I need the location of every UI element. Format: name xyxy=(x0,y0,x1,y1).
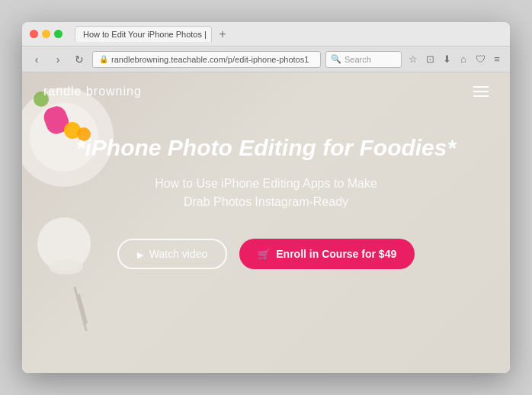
close-button[interactable] xyxy=(30,30,38,38)
download-icon[interactable]: ⬇ xyxy=(440,53,453,66)
hamburger-line-2 xyxy=(473,91,489,92)
traffic-lights xyxy=(30,30,62,38)
url-text: randlebrowning.teachable.com/p/edit-ipho… xyxy=(111,55,309,64)
minimize-button[interactable] xyxy=(42,30,50,38)
watch-video-button[interactable]: Watch video xyxy=(117,239,228,269)
watch-video-label: Watch video xyxy=(149,248,208,260)
title-bar: How to Edit Your iPhone Photos | × + xyxy=(22,22,510,47)
fork xyxy=(73,287,87,332)
tab-bar: How to Edit Your iPhone Photos | × + xyxy=(75,26,502,42)
refresh-button[interactable]: ↻ xyxy=(71,51,88,68)
tab-close-button[interactable]: × xyxy=(211,31,212,39)
hero-content: *iPhone Photo Editing for Foodies* How t… xyxy=(22,118,510,284)
bookmark-icon[interactable]: ☆ xyxy=(406,53,420,66)
back-button[interactable]: ‹ xyxy=(28,51,45,68)
url-favicon: 🔒 xyxy=(99,55,108,63)
hamburger-line-1 xyxy=(473,86,489,88)
cart-icon xyxy=(258,248,270,260)
hamburger-line-3 xyxy=(473,95,489,97)
search-placeholder: Search xyxy=(345,55,371,64)
hamburger-menu[interactable] xyxy=(473,86,489,97)
menu-icon[interactable]: ≡ xyxy=(490,53,504,66)
search-icon: 🔍 xyxy=(331,54,341,64)
enroll-button[interactable]: Enroll in Course for $49 xyxy=(239,239,415,269)
page-content: randle browning *iPhone Photo Editing fo… xyxy=(22,72,510,373)
search-bar[interactable]: 🔍 Search xyxy=(325,51,402,68)
hero-title: *iPhone Photo Editing for Foodies* xyxy=(68,133,464,162)
url-bar[interactable]: 🔒 randlebrowning.teachable.com/p/edit-ip… xyxy=(92,51,321,68)
hero-buttons: Watch video Enroll in Course for $49 xyxy=(68,239,464,269)
hero-subtitle: How to Use iPhone Editing Apps to MakeDr… xyxy=(68,175,464,211)
address-bar: ‹ › ↻ 🔒 randlebrowning.teachable.com/p/e… xyxy=(22,47,510,72)
site-logo: randle browning xyxy=(43,85,142,98)
site-nav: randle browning xyxy=(22,72,510,111)
new-tab-button[interactable]: + xyxy=(215,27,230,42)
forward-button[interactable]: › xyxy=(50,51,66,68)
maximize-button[interactable] xyxy=(54,30,62,38)
active-tab[interactable]: How to Edit Your iPhone Photos | × xyxy=(75,26,212,42)
address-icons: ☆ ⊡ ⬇ ⌂ 🛡 ≡ xyxy=(406,53,504,66)
play-icon xyxy=(137,248,143,260)
home-icon[interactable]: ⌂ xyxy=(457,53,470,66)
enroll-label: Enroll in Course for $49 xyxy=(276,248,396,260)
reading-list-icon[interactable]: ⊡ xyxy=(423,53,437,66)
browser-window: How to Edit Your iPhone Photos | × + ‹ ›… xyxy=(22,22,510,373)
shield-icon[interactable]: 🛡 xyxy=(473,53,487,66)
tab-title: How to Edit Your iPhone Photos | xyxy=(83,30,207,39)
